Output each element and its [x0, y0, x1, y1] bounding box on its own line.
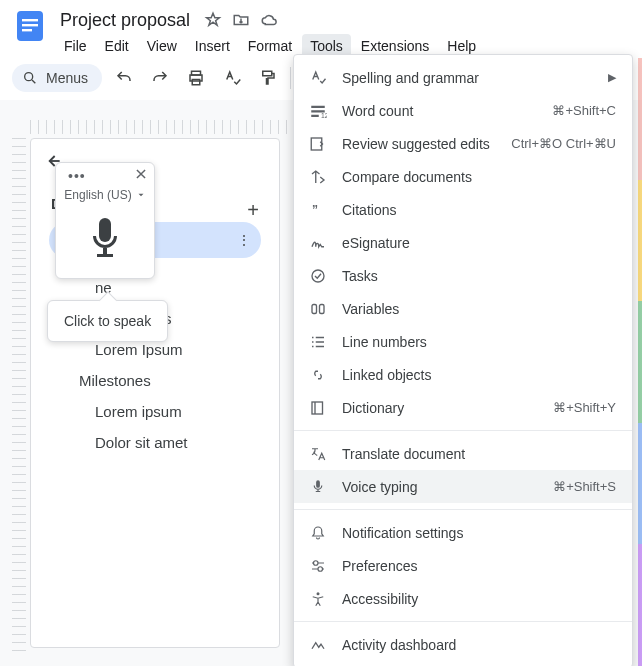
summary-more-icon[interactable]: ⋮	[237, 232, 251, 248]
menu-item-label: Review suggested edits	[342, 136, 497, 152]
menu-item-label: Accessibility	[342, 591, 616, 607]
paint-format-button[interactable]	[254, 64, 282, 92]
menu-item-label: Line numbers	[342, 334, 616, 350]
voice-icon	[308, 478, 328, 496]
variables-icon	[308, 300, 328, 318]
menu-separator	[294, 430, 632, 431]
tools-translate-document[interactable]: Translate document	[294, 437, 632, 470]
menu-insert[interactable]: Insert	[187, 34, 238, 58]
translate-icon	[308, 445, 328, 463]
activity-icon	[308, 636, 328, 654]
docs-logo-icon[interactable]	[12, 8, 48, 44]
spellcheck-button[interactable]	[218, 64, 246, 92]
svg-text:”: ”	[312, 202, 318, 216]
menu-item-label: Compare documents	[342, 169, 616, 185]
linked-icon	[308, 366, 328, 384]
tools-line-numbers[interactable]: Line numbers	[294, 325, 632, 358]
svg-rect-10	[97, 254, 113, 257]
tools-citations[interactable]: ”Citations	[294, 193, 632, 226]
voice-tooltip-text: Click to speak	[64, 313, 151, 329]
svg-rect-11	[311, 105, 325, 107]
menu-file[interactable]: File	[56, 34, 95, 58]
microphone-icon	[81, 214, 129, 262]
menu-format[interactable]: Format	[240, 34, 300, 58]
voice-typing-popup: ••• English (US)	[55, 162, 155, 279]
side-colorbar	[638, 58, 642, 666]
menu-view[interactable]: View	[139, 34, 185, 58]
svg-rect-1	[22, 19, 38, 21]
tools-variables[interactable]: Variables	[294, 292, 632, 325]
tools-compare-documents[interactable]: Compare documents	[294, 160, 632, 193]
tools-spelling-and-grammar[interactable]: Spelling and grammar▶	[294, 61, 632, 94]
search-icon	[22, 70, 38, 86]
bell-icon	[308, 524, 328, 542]
redo-button[interactable]	[146, 64, 174, 92]
move-icon[interactable]	[232, 11, 250, 29]
menu-item-label: Variables	[342, 301, 616, 317]
menu-item-label: Linked objects	[342, 367, 616, 383]
svg-point-22	[318, 566, 323, 571]
menu-edit[interactable]: Edit	[97, 34, 137, 58]
menu-item-label: eSignature	[342, 235, 616, 251]
tools-word-count[interactable]: 123Word count⌘+Shift+C	[294, 94, 632, 127]
tasks-icon	[308, 267, 328, 285]
svg-point-21	[314, 560, 319, 565]
spellcheck-icon	[308, 69, 328, 87]
menu-item-label: Spelling and grammar	[342, 70, 594, 86]
svg-rect-19	[320, 304, 325, 313]
voice-language-label: English (US)	[64, 188, 131, 202]
tools-voice-typing[interactable]: Voice typing⌘+Shift+S	[294, 470, 632, 503]
print-button[interactable]	[182, 64, 210, 92]
voice-language-select[interactable]: English (US)	[56, 188, 154, 206]
tools-tasks[interactable]: Tasks	[294, 259, 632, 292]
tools-linked-objects[interactable]: Linked objects	[294, 358, 632, 391]
menu-item-label: Activity dashboard	[342, 637, 616, 653]
tools-notification-settings[interactable]: Notification settings	[294, 516, 632, 549]
outline-item[interactable]: Lorem ipsum	[79, 396, 261, 427]
voice-close-icon[interactable]	[134, 167, 148, 184]
outline-item[interactable]: Milestones	[79, 365, 261, 396]
toolbar-separator	[290, 67, 291, 89]
review-icon	[308, 135, 328, 153]
menu-item-shortcut: ⌘+Shift+C	[552, 103, 616, 118]
svg-rect-8	[263, 71, 272, 76]
svg-rect-3	[22, 29, 32, 31]
tools-accessibility[interactable]: Accessibility	[294, 582, 632, 615]
menu-item-label: Word count	[342, 103, 538, 119]
tools-preferences[interactable]: Preferences	[294, 549, 632, 582]
menu-item-shortcut: Ctrl+⌘O Ctrl+⌘U	[511, 136, 616, 151]
undo-button[interactable]	[110, 64, 138, 92]
menu-item-shortcut: ⌘+Shift+S	[553, 479, 616, 494]
star-icon[interactable]	[204, 11, 222, 29]
svg-rect-18	[312, 304, 317, 313]
submenu-arrow-icon: ▶	[608, 71, 616, 84]
citations-icon: ”	[308, 201, 328, 219]
voice-tooltip: Click to speak	[47, 300, 168, 342]
ruler-vertical[interactable]	[12, 138, 26, 656]
menu-separator	[294, 621, 632, 622]
svg-rect-15	[311, 138, 322, 150]
menu-item-label: Preferences	[342, 558, 616, 574]
esign-icon	[308, 234, 328, 252]
svg-rect-9	[103, 248, 107, 254]
tools-review-suggested-edits[interactable]: Review suggested editsCtrl+⌘O Ctrl+⌘U	[294, 127, 632, 160]
menu-item-label: Tasks	[342, 268, 616, 284]
svg-point-17	[312, 270, 324, 282]
menu-search-label: Menus	[46, 70, 88, 86]
menu-item-label: Translate document	[342, 446, 616, 462]
tools-activity-dashboard[interactable]: Activity dashboard	[294, 628, 632, 661]
menu-item-label: Voice typing	[342, 479, 539, 495]
menu-separator	[294, 509, 632, 510]
voice-more-icon[interactable]: •••	[68, 168, 86, 184]
tools-dictionary[interactable]: Dictionary⌘+Shift+Y	[294, 391, 632, 424]
linenum-icon	[308, 333, 328, 351]
prefs-icon	[308, 557, 328, 575]
svg-point-4	[25, 73, 33, 81]
tools-esignature[interactable]: eSignature	[294, 226, 632, 259]
cloud-status-icon[interactable]	[260, 11, 278, 29]
outline-item[interactable]: Dolor sit amet	[79, 427, 261, 458]
menu-search[interactable]: Menus	[12, 64, 102, 92]
document-title[interactable]: Project proposal	[56, 10, 194, 31]
tools-menu-dropdown: Spelling and grammar▶123Word count⌘+Shif…	[293, 54, 633, 666]
voice-mic-button[interactable]	[56, 206, 154, 278]
